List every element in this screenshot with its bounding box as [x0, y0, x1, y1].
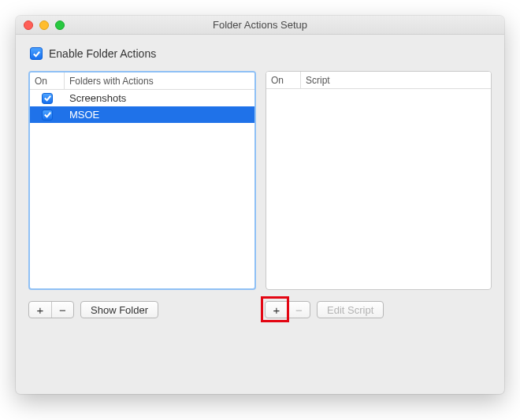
row-on-cell: [30, 93, 65, 104]
folders-header-name[interactable]: Folders with Actions: [65, 72, 254, 89]
plus-icon: +: [273, 304, 280, 316]
window-title: Folder Actions Setup: [16, 19, 504, 31]
row-label: Screenshots: [65, 92, 254, 104]
left-button-group: + − Show Folder: [28, 301, 255, 318]
folders-header-on[interactable]: On: [30, 72, 65, 89]
edit-script-label: Edit Script: [327, 304, 373, 316]
scripts-pane: On Script: [266, 71, 492, 290]
table-row[interactable]: Screenshots: [30, 90, 254, 106]
table-row[interactable]: MSOE: [30, 106, 254, 123]
row-checkbox[interactable]: [42, 93, 53, 104]
button-row: + − Show Folder + − Edit Script: [28, 301, 492, 318]
checkmark-icon: [32, 50, 41, 58]
content: Enable Folder Actions On Folders with Ac…: [16, 35, 504, 331]
show-folder-label: Show Folder: [91, 304, 148, 316]
scripts-header-name[interactable]: Script: [301, 72, 491, 88]
folders-list[interactable]: ScreenshotsMSOE: [30, 90, 254, 288]
row-label: MSOE: [65, 109, 254, 121]
titlebar: Folder Actions Setup: [16, 16, 504, 35]
folders-add-remove: + −: [28, 301, 74, 318]
folders-pane: On Folders with Actions ScreenshotsMSOE: [28, 71, 256, 290]
window: Folder Actions Setup Enable Folder Actio…: [16, 16, 504, 394]
enable-checkbox[interactable]: [30, 47, 43, 60]
enable-label: Enable Folder Actions: [49, 47, 156, 60]
panes: On Folders with Actions ScreenshotsMSOE …: [28, 71, 492, 290]
plus-icon: +: [37, 304, 44, 316]
enable-folder-actions-row: Enable Folder Actions: [28, 47, 492, 60]
checkmark-icon: [43, 110, 52, 119]
add-script-button[interactable]: +: [266, 302, 288, 318]
row-on-cell: [30, 110, 65, 121]
scripts-header: On Script: [266, 72, 491, 89]
checkmark-icon: [43, 94, 52, 102]
minus-icon: −: [295, 304, 303, 316]
minus-icon: −: [59, 304, 66, 316]
right-button-group: + − Edit Script: [265, 301, 492, 318]
add-folder-button[interactable]: +: [29, 302, 51, 318]
edit-script-button[interactable]: Edit Script: [317, 301, 384, 318]
scripts-header-on[interactable]: On: [266, 72, 301, 88]
remove-folder-button[interactable]: −: [51, 302, 73, 318]
folders-header: On Folders with Actions: [30, 72, 254, 90]
scripts-add-remove: + −: [265, 301, 310, 318]
remove-script-button[interactable]: −: [288, 302, 310, 318]
scripts-list[interactable]: [266, 89, 491, 289]
show-folder-button[interactable]: Show Folder: [80, 301, 158, 318]
row-checkbox[interactable]: [42, 110, 53, 121]
